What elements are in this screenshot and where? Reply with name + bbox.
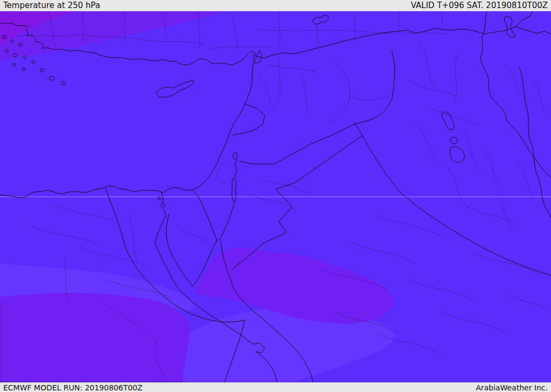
valid-time-label: VALID T+096 SAT. 20190810T00Z <box>411 1 548 10</box>
page-title: Temperature at 250 hPa <box>3 1 100 10</box>
status-bar: ECMWF MODEL RUN: 20190806T00Z ArabiaWeat… <box>0 382 551 392</box>
map-canvas <box>0 0 551 392</box>
temperature-shading <box>0 0 551 392</box>
credit-label: ArabiaWeather Inc. <box>476 383 548 392</box>
model-run-label: ECMWF MODEL RUN: 20190806T00Z <box>3 383 143 392</box>
weather-map <box>0 0 551 392</box>
temp-patch-south-egypt <box>0 293 190 383</box>
title-bar: Temperature at 250 hPa VALID T+096 SAT. … <box>0 0 551 11</box>
